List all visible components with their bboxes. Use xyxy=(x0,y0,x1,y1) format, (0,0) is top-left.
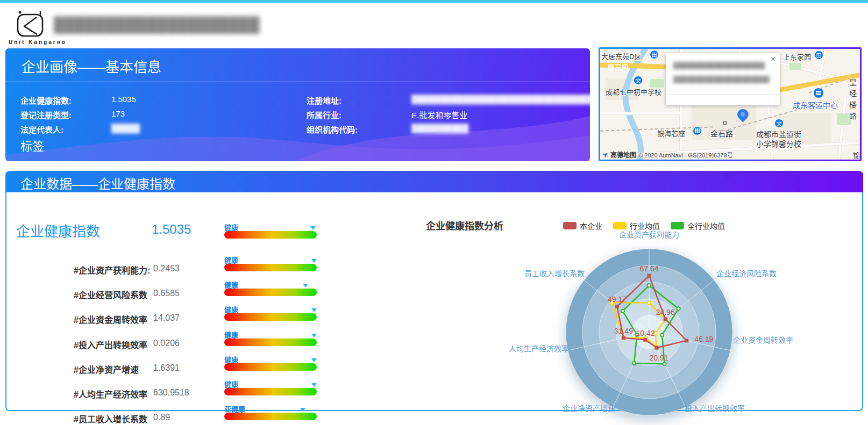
metric-label: #企业资产获利能力: xyxy=(74,263,150,276)
field-value-blurred: █████ xyxy=(111,124,140,133)
field-value-blurred: ████████████████████████████████ xyxy=(411,95,590,104)
map-attribution: ➤ 高德地图 © 2020 AutoNavi - GS(2019)6379号 xyxy=(602,150,733,159)
autonavi-logo-icon: ➤ xyxy=(601,149,610,160)
field-value-blurred: ██████████ xyxy=(411,124,468,133)
metric-label: #企业净资产增速 xyxy=(74,363,139,376)
logo-wordmark: Unit Kangaroo xyxy=(9,39,67,45)
metric-label: #投入产出转换效率 xyxy=(74,338,147,351)
gradient-bar xyxy=(224,289,317,296)
gauge-marker xyxy=(311,383,317,387)
gauge-marker xyxy=(311,358,317,362)
metric-value: 14.037 xyxy=(153,313,180,323)
metric-value: 0.6585 xyxy=(153,289,180,298)
svg-text:10.42: 10.42 xyxy=(636,329,654,337)
health-gauge: 健康 xyxy=(224,388,317,395)
field-value: E.批发和零售业 xyxy=(411,109,467,120)
close-icon[interactable]: × xyxy=(771,54,775,64)
map-label-road: 路三段 xyxy=(608,62,629,72)
legend-item-company[interactable]: 本企业 xyxy=(563,220,602,231)
gradient-bar xyxy=(224,231,317,239)
page-header: Unit Kangaroo ████████████████████ xyxy=(0,3,868,47)
health-status-label: 健康 xyxy=(224,329,238,340)
field-label: 法定代表人: xyxy=(20,125,63,134)
field-legal-representative: 法定代表人: █████ xyxy=(20,124,63,135)
map-label-transport-hub: 成东客运中心 xyxy=(793,99,838,110)
health-gauge: 健康 xyxy=(224,264,317,271)
metric-label: #员工收入增长系数 xyxy=(74,412,147,425)
panel-title: 企业数据——企业健康指数 xyxy=(20,174,175,192)
metric-value: 0.2453 xyxy=(153,264,180,273)
radar-axis-label: 企业经济风险系数 xyxy=(716,269,777,278)
field-health-index: 企业健康指数: 1.5035 xyxy=(20,95,72,106)
radar-axis-label: 企业资金周转效率 xyxy=(733,336,793,344)
legend-label: 本企业 xyxy=(580,220,602,231)
gradient-bar xyxy=(224,413,317,420)
divider xyxy=(5,82,590,82)
map-info-popup: × ████████████████████ █████████████████… xyxy=(666,53,780,105)
field-label: 登记注册类型: xyxy=(20,111,72,120)
divider xyxy=(666,94,780,95)
map-label-school: 成都七中初中学校 xyxy=(606,87,661,97)
popup-line-blurred: █████████████████████ xyxy=(673,76,770,83)
field-label: 组织机构代码: xyxy=(307,125,358,134)
health-gauge: 健康 xyxy=(224,289,317,296)
metric-value: 0.89 xyxy=(153,413,170,422)
main-metric-label: 企业健康指数 xyxy=(16,220,100,240)
kangaroo-logo: Unit Kangaroo xyxy=(9,10,57,46)
map-canvas[interactable]: 大居东苑D区 田 上东家园 田 路三段 文 成都七中初中学校 成东客运中心 皇经… xyxy=(600,49,860,160)
panel-header: 企业数据——企业健康指数 xyxy=(5,171,863,192)
gradient-bar xyxy=(224,363,317,371)
gauge-marker xyxy=(311,259,317,263)
gauge-marker xyxy=(300,408,305,412)
tags-section-label: 标签 xyxy=(20,136,44,154)
field-org-code: 组织机构代码: ██████████ xyxy=(307,124,358,135)
gradient-bar xyxy=(224,264,317,271)
svg-text:67.64: 67.64 xyxy=(639,264,658,273)
gradient-bar xyxy=(224,313,317,321)
legend-item-all-industry-avg[interactable]: 全行业均值 xyxy=(671,220,725,231)
kangaroo-logo-icon xyxy=(15,10,47,39)
map-label-school: 成都市盐道街 xyxy=(756,128,801,139)
field-label: 所属行业: xyxy=(307,111,341,120)
metric-value: 0.0206 xyxy=(153,338,180,348)
svg-text:20.91: 20.91 xyxy=(650,354,668,362)
basic-info-title: 企业画像——基本信息 xyxy=(22,56,161,76)
metric-row: #员工收入增长系数 0.89 亚健康 xyxy=(6,410,469,425)
school-icon: 文 xyxy=(634,76,643,85)
chart-legend: 本企业 行业均值 全行业均值 xyxy=(563,220,725,231)
main-metric-value: 1.5035 xyxy=(152,222,191,237)
map-label-road: 锦 xyxy=(853,150,860,160)
gauge-marker xyxy=(303,284,308,287)
radar-axis-label: 员工收入增长系数 xyxy=(524,269,585,278)
legend-label: 全行业均值 xyxy=(687,220,725,231)
radar-chart: 67.6424.9646.1920.9110.4231.4949.17企业资产获… xyxy=(480,230,824,425)
gauge-marker xyxy=(311,308,317,312)
map-label-road: 金石路 xyxy=(710,128,733,139)
health-data-panel: 企业数据——企业健康指数 企业健康指数 1.5035 健康 #企业资产获利能力:… xyxy=(5,171,863,411)
field-value: 1.5035 xyxy=(111,95,136,104)
health-gauge: 亚健康 xyxy=(224,413,317,420)
health-gauge: 健康 xyxy=(224,313,317,321)
health-status-label: 健康 xyxy=(224,354,238,364)
legend-swatch xyxy=(671,222,684,229)
field-value: 173 xyxy=(111,109,125,118)
legend-item-industry-avg[interactable]: 行业均值 xyxy=(613,220,660,231)
metric-value: 1.6391 xyxy=(153,363,180,373)
station-marker xyxy=(723,121,727,125)
dashboard-page: Unit Kangaroo ████████████████████ 企业画像—… xyxy=(0,0,868,425)
field-registration-type: 登记注册类型: 173 xyxy=(20,109,72,120)
health-gauge: 健康 xyxy=(224,231,317,239)
map-label-building: 银海芯座 xyxy=(657,128,685,138)
legend-swatch xyxy=(563,222,577,229)
gradient-bar xyxy=(224,338,317,346)
legend-swatch xyxy=(613,222,627,229)
svg-text:46.19: 46.19 xyxy=(694,335,713,343)
legend-label: 行业均值 xyxy=(630,220,660,231)
metric-value: 630.9518 xyxy=(153,388,189,398)
field-label: 注册地址: xyxy=(307,96,341,105)
metric-label: #企业经营风险系数 xyxy=(74,288,147,301)
autonavi-brand: 高德地图 xyxy=(610,150,636,159)
gradient-bar xyxy=(224,388,317,395)
popup-line-blurred: ████████████████████ xyxy=(673,62,765,69)
health-gauge: 健康 xyxy=(224,363,317,371)
